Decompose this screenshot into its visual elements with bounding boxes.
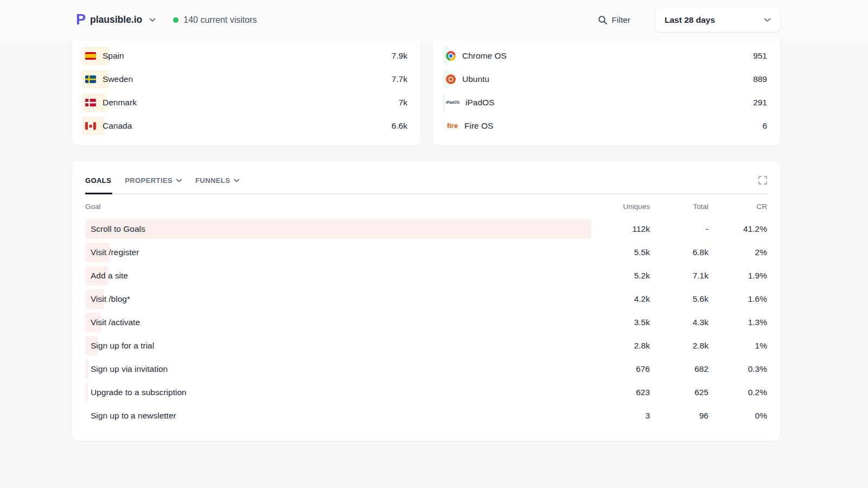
goal-cr: 0.3% [709, 364, 767, 374]
os-row[interactable]: iPadOS iPadOS 291 [446, 91, 767, 114]
os-bar [443, 93, 445, 112]
column-cr: CR [709, 202, 767, 211]
goal-cr: 0% [709, 411, 767, 421]
site-name[interactable]: plausible.io [90, 14, 142, 26]
ipados-icon: iPadOS [446, 100, 459, 104]
ubuntu-icon [446, 74, 456, 84]
country-row[interactable]: Sweden 7.7k [85, 67, 407, 91]
goals-table-header: Goal Uniques Total CR [85, 195, 767, 217]
goal-total: 2.8k [650, 341, 709, 351]
goal-cr: 1% [709, 341, 767, 351]
country-value: 6.6k [392, 121, 407, 131]
goal-uniques: 3 [591, 411, 650, 421]
goal-row[interactable]: Upgrade to a subscription 623 625 0.2% [85, 381, 767, 404]
column-uniques: Uniques [591, 202, 650, 211]
active-tab-underline [85, 193, 112, 194]
plausible-logo-icon: P [76, 12, 85, 27]
goal-cr: 41.2% [709, 224, 767, 234]
current-visitors-label[interactable]: 140 current visitors [183, 15, 257, 25]
goal-uniques: 623 [591, 388, 650, 397]
site-switcher-chevron-down-icon[interactable] [149, 18, 156, 22]
goal-name: Visit /activate [91, 318, 140, 327]
expand-button[interactable] [758, 176, 767, 185]
goal-cr: 1.9% [709, 271, 767, 281]
goal-name: Sign up via invitation [91, 364, 168, 374]
goal-row[interactable]: Visit /register 5.5k 6.8k 2% [85, 240, 767, 264]
goal-cr: 2% [709, 248, 767, 257]
goal-uniques: 5.5k [591, 248, 650, 257]
goal-row[interactable]: Visit /blog* 4.2k 5.6k 1.6% [85, 287, 767, 310]
os-bar [443, 117, 443, 135]
filter-button[interactable]: Filter [598, 15, 630, 25]
goal-name: Scroll to Goals [91, 224, 145, 234]
os-value: 291 [753, 98, 767, 107]
goal-row[interactable]: Add a site 5.2k 7.1k 1.9% [85, 264, 767, 287]
goal-cr: 1.6% [709, 294, 767, 304]
goal-uniques: 112k [591, 224, 650, 234]
tab-properties[interactable]: PROPERTIES [125, 176, 182, 185]
os-row[interactable]: fire Fire OS 6 [446, 114, 767, 137]
country-name: Canada [103, 121, 132, 131]
goal-row[interactable]: Sign up to a newsletter 3 96 0% [85, 404, 767, 427]
goal-name: Sign up for a trial [91, 341, 154, 351]
country-name: Sweden [103, 74, 133, 84]
goal-cr: 0.2% [709, 388, 767, 397]
goal-name: Visit /blog* [91, 294, 130, 304]
column-total: Total [650, 202, 709, 211]
os-name: iPadOS [465, 98, 494, 107]
country-name: Spain [103, 51, 124, 61]
tab-funnels[interactable]: FUNNELS [195, 176, 239, 185]
goal-row[interactable]: Sign up for a trial 2.8k 2.8k 1% [85, 334, 767, 357]
live-visitors-dot-icon [173, 17, 178, 23]
operating-systems-card: Chrome OS 951 Ubuntu 889 iPadOS iPadOS 2… [433, 40, 780, 145]
goal-name: Add a site [91, 271, 128, 281]
os-name: Fire OS [464, 121, 493, 131]
goal-name: Visit /register [91, 248, 139, 257]
goal-bar [85, 383, 88, 402]
funnels-chevron-down-icon [234, 179, 239, 182]
goal-uniques: 4.2k [591, 294, 650, 304]
goal-row[interactable]: Visit /activate 3.5k 4.3k 1.3% [85, 310, 767, 334]
country-value: 7.7k [392, 74, 407, 84]
search-icon [598, 15, 608, 25]
filter-label: Filter [612, 15, 630, 25]
goal-name: Sign up to a newsletter [91, 411, 176, 421]
country-name: Denmark [103, 98, 137, 107]
tabs-divider [85, 193, 767, 194]
country-row[interactable]: Denmark 7k [85, 91, 407, 114]
expand-icon [758, 176, 767, 185]
date-range-select[interactable]: Last 28 days [655, 8, 780, 32]
os-name: Ubuntu [462, 74, 489, 84]
tab-goals[interactable]: GOALS [85, 176, 111, 185]
goal-total: 682 [650, 364, 709, 374]
goal-total: 7.1k [650, 271, 709, 281]
spain-flag-icon [85, 52, 96, 60]
goal-bar [85, 359, 88, 379]
denmark-flag-icon [85, 99, 96, 106]
goal-total: - [650, 224, 709, 234]
country-row[interactable]: Canada 6.6k [85, 114, 407, 137]
goal-total: 96 [650, 411, 709, 421]
properties-chevron-down-icon [176, 179, 182, 182]
countries-card: Spain 7.9k Sweden 7.7k Denmark 7k [72, 40, 420, 145]
goal-uniques: 676 [591, 364, 650, 374]
goal-name: Upgrade to a subscription [91, 388, 187, 397]
goal-uniques: 3.5k [591, 318, 650, 327]
fire-os-icon: fire [446, 122, 459, 130]
os-value: 6 [762, 121, 767, 131]
chrome-os-icon [446, 51, 456, 61]
os-row[interactable]: Chrome OS 951 [446, 44, 767, 67]
country-value: 7k [399, 98, 407, 107]
country-row[interactable]: Spain 7.9k [85, 44, 407, 67]
date-range-value: Last 28 days [665, 15, 715, 25]
goal-uniques: 5.2k [591, 271, 650, 281]
goal-cr: 1.3% [709, 318, 767, 327]
goal-total: 6.8k [650, 248, 709, 257]
goal-total: 5.6k [650, 294, 709, 304]
goal-row[interactable]: Scroll to Goals 112k - 41.2% [85, 217, 767, 240]
column-goal: Goal [85, 202, 591, 211]
top-header: P plausible.io 140 current visitors Filt… [0, 0, 868, 40]
os-row[interactable]: Ubuntu 889 [446, 67, 767, 91]
os-name: Chrome OS [462, 51, 507, 61]
goal-row[interactable]: Sign up via invitation 676 682 0.3% [85, 357, 767, 381]
